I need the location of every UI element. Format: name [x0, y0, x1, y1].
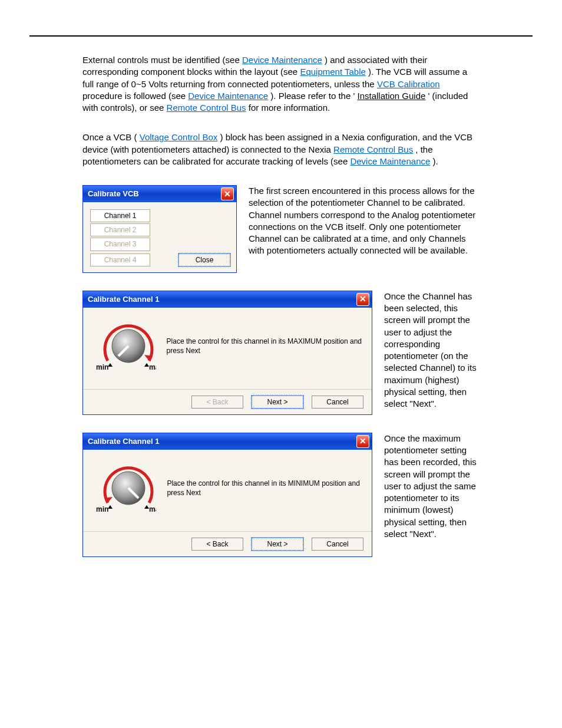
text-installation-guide: Installation Guide	[357, 91, 425, 101]
link-equipment-table[interactable]: Equipment Table	[300, 67, 365, 77]
paragraph-2: Once a VCB ( Voltage Control Box ) block…	[82, 131, 480, 167]
svg-marker-9	[144, 505, 149, 509]
instruction-text: Place the control for this channel in it…	[167, 479, 365, 498]
channel-4-button: Channel 4	[90, 253, 150, 266]
channel-2-button: Channel 2	[90, 223, 150, 236]
side-text-2: Once the Channel has been selected, this…	[384, 291, 480, 410]
text: procedure is followed (see	[82, 91, 188, 101]
close-icon[interactable]: ✕	[356, 435, 369, 448]
text: ). Please refer to the '	[270, 91, 355, 101]
dialog-calibrate-vcb: Calibrate VCB ✕ Channel 1 Channel 2 Chan…	[82, 185, 237, 273]
max-label: max	[149, 363, 156, 371]
side-text-3: Once the maximum potentiometer setting h…	[384, 433, 480, 540]
text: ).	[433, 156, 438, 166]
side-text-1: The first screen encountered in this pro…	[249, 185, 480, 257]
back-button[interactable]: < Back	[191, 538, 243, 551]
dialog-title: Calibrate Channel 1	[88, 294, 159, 305]
link-remote-control-bus[interactable]: Remote Control Bus	[167, 103, 246, 113]
dialog-title: Calibrate VCB	[88, 189, 139, 199]
knob-max-icon: min max	[90, 314, 156, 378]
dialog-titlebar[interactable]: Calibrate VCB ✕	[83, 186, 236, 202]
instruction-text: Place the control for this channel in it…	[167, 337, 365, 355]
link-vcb-calibration[interactable]: VCB Calibration	[377, 79, 440, 89]
next-button[interactable]: Next >	[252, 538, 303, 551]
dialog-titlebar[interactable]: Calibrate Channel 1 ✕	[83, 291, 372, 308]
cancel-button[interactable]: Cancel	[312, 396, 363, 409]
svg-marker-4	[144, 363, 149, 367]
close-icon[interactable]: ✕	[221, 187, 234, 200]
knob-min-icon: min max	[90, 456, 156, 521]
link-device-maintenance-2[interactable]: Device Maintenance	[188, 91, 268, 101]
min-label: min	[96, 505, 108, 513]
channel-1-button[interactable]: Channel 1	[90, 209, 150, 222]
close-button[interactable]: Close	[178, 253, 230, 266]
top-rule	[29, 35, 533, 37]
dialog-calibrate-channel-max: Calibrate Channel 1 ✕	[82, 291, 372, 415]
channel-3-button: Channel 3	[90, 238, 150, 251]
close-icon[interactable]: ✕	[356, 293, 369, 306]
dialog-title: Calibrate Channel 1	[88, 436, 159, 447]
max-label: max	[149, 505, 156, 513]
text: Once a VCB (	[82, 132, 137, 142]
link-voltage-control-box[interactable]: Voltage Control Box	[140, 132, 218, 142]
paragraph-1: External controls must be identified (se…	[82, 54, 480, 114]
text: External controls must be identified (se…	[82, 55, 242, 65]
min-label: min	[96, 363, 108, 371]
link-device-maintenance[interactable]: Device Maintenance	[242, 55, 322, 65]
text: for more information.	[249, 103, 330, 113]
next-button[interactable]: Next >	[252, 396, 303, 409]
dialog-calibrate-channel-min: Calibrate Channel 1 ✕	[82, 433, 372, 557]
link-remote-control-bus-2[interactable]: Remote Control Bus	[333, 144, 413, 154]
cancel-button[interactable]: Cancel	[312, 538, 363, 551]
dialog-titlebar[interactable]: Calibrate Channel 1 ✕	[83, 433, 372, 450]
back-button: < Back	[191, 396, 243, 409]
link-device-maintenance-3[interactable]: Device Maintenance	[350, 156, 430, 166]
